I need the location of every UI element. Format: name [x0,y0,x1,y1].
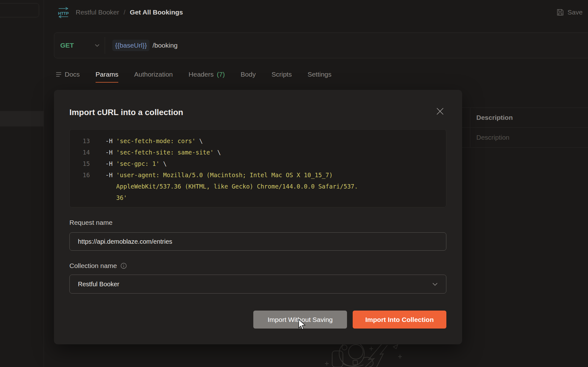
astronaut-illustration [315,344,413,367]
breadcrumb-separator: / [124,9,126,16]
breadcrumb-collection[interactable]: Restful Booker [76,9,119,16]
table-header-description: Description [476,108,513,127]
svg-text:HTTP: HTTP [58,11,69,16]
close-icon[interactable] [436,107,444,116]
request-name-value: https://api.demoblaze.com/entries [78,238,172,245]
tab-label: Docs [65,71,80,78]
url-variable-pill: {{baseUrl}} [112,40,150,51]
method-dropdown[interactable]: GET [54,33,105,58]
http-method-icon: HTTP [56,7,70,19]
breadcrumb: Restful Booker / Get All Bookings [76,0,183,25]
info-icon[interactable] [121,263,127,269]
code-line: 15 -H 'sec-gpc: 1' \ [70,158,446,169]
app-window: HTTP Restful Booker / Get All Bookings S… [0,0,588,367]
save-button[interactable]: Save [556,0,583,25]
table-cell-description-placeholder[interactable]: Description [476,127,509,147]
curl-code-block[interactable]: 13 -H 'sec-fetch-mode: cors' \ 14 -H 'se… [69,129,446,207]
save-icon [556,8,564,16]
table-border [456,147,588,148]
code-line: 13 -H 'sec-fetch-mode: cors' \ [70,135,446,147]
request-name-input[interactable]: https://api.demoblaze.com/entries [69,232,446,251]
line-number: 15 [70,158,90,169]
collection-name-value: Restful Booker [78,281,119,288]
method-label: GET [60,42,74,49]
sidebar-selected-item[interactable] [0,111,44,126]
request-tabs: Docs Params Authorization Headers (7) Bo… [56,66,332,83]
tab-params[interactable]: Params [96,66,118,83]
collection-name-select[interactable]: Restful Booker [69,275,446,294]
tab-label: Settings [308,71,332,78]
sidebar-search-box[interactable] [0,3,39,17]
tab-label: Authorization [134,71,173,78]
sidebar [0,0,44,367]
tab-scripts[interactable]: Scripts [272,66,292,83]
breadcrumb-request-title: Get All Bookings [130,9,183,16]
code-line: 36' [70,192,446,203]
code-line: 14 -H 'sec-fetch-site: same-site' \ [70,147,446,158]
tab-authorization[interactable]: Authorization [134,66,173,83]
tab-docs[interactable]: Docs [56,66,80,83]
url-input[interactable]: {{baseUrl}} /booking [105,40,178,51]
line-number: 13 [70,135,90,147]
code-line: 16 -H 'user-agent: Mozilla/5.0 (Macintos… [70,169,446,181]
line-number: 16 [70,169,90,181]
tab-headers[interactable]: Headers (7) [189,66,225,83]
request-name-label: Request name [69,219,113,226]
tab-headers-count: (7) [217,71,225,78]
import-without-saving-button[interactable]: Import Without Saving [253,311,347,329]
table-column-border [470,108,470,148]
import-into-collection-button[interactable]: Import Into Collection [353,311,446,329]
chevron-down-icon [432,283,438,286]
request-url-bar: GET {{baseUrl}} /booking [54,32,588,58]
save-label: Save [567,9,583,16]
chevron-down-icon [95,44,100,47]
tab-label: Scripts [272,71,292,78]
collection-name-label: Collection name [69,262,127,270]
import-curl-modal: Import cURL into a collection 13 -H 'sec… [54,90,462,344]
line-number [70,192,90,203]
url-path: /booking [152,42,177,49]
docs-icon [56,72,62,77]
line-number: 14 [70,147,90,158]
tab-label: Headers [189,71,214,78]
tab-settings[interactable]: Settings [308,66,332,83]
tab-label: Params [96,71,118,78]
tab-label: Body [241,71,256,78]
modal-title: Import cURL into a collection [69,108,183,117]
code-line: AppleWebKit/537.36 (KHTML, like Gecko) C… [70,181,446,192]
tab-body[interactable]: Body [241,66,256,83]
line-number [70,181,90,192]
